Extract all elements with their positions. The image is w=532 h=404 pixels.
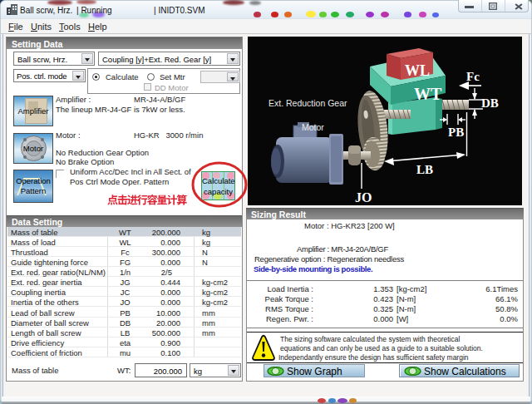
svg-text:PB: PB — [448, 126, 464, 139]
svg-text:DB: DB — [481, 96, 499, 110]
svg-text:WL: WL — [405, 62, 430, 79]
svg-text:Fc: Fc — [466, 70, 480, 83]
svg-text:Motor: Motor — [302, 122, 324, 132]
svg-text:WT: WT — [414, 85, 442, 103]
svg-text:JO: JO — [355, 190, 372, 204]
svg-text:Ext. Reduction Gear: Ext. Reduction Gear — [268, 98, 347, 108]
svg-text:LB: LB — [416, 163, 433, 176]
